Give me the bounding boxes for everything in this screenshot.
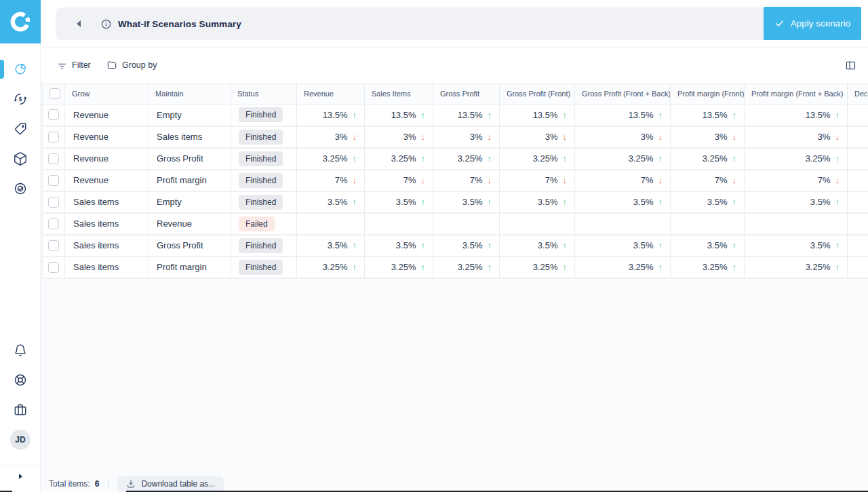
column-header-status[interactable]: Status <box>231 83 297 105</box>
cell-metric: 3.5%↑ <box>433 235 500 257</box>
sidebar-item-promo[interactable] <box>0 117 41 140</box>
column-layout-icon[interactable] <box>845 60 856 71</box>
back-arrow-icon <box>75 20 82 28</box>
sidebar-item-goals[interactable] <box>0 177 41 200</box>
back-button[interactable] <box>73 18 85 30</box>
cell-grow: Sales items <box>65 213 149 235</box>
sidebar-item-workspace[interactable] <box>0 398 41 421</box>
metric-value: 3.25% <box>703 153 728 164</box>
sidebar-expand-button[interactable] <box>0 470 41 483</box>
column-header-profit-margin-front-[interactable]: Profit margin (Front) <box>671 83 745 105</box>
brand-arc-logo[interactable] <box>0 0 41 43</box>
trend-up-icon: ↑ <box>658 262 663 272</box>
folder-icon <box>106 60 117 71</box>
select-all-checkbox[interactable] <box>50 88 60 99</box>
title-bar: What-if Scenarios Summary <box>56 7 861 40</box>
row-checkbox[interactable] <box>48 219 59 229</box>
cell-metric <box>671 213 745 235</box>
cell-metric: 3.25%↑ <box>575 148 671 170</box>
cell-metric: 7%↓ <box>500 170 575 191</box>
cell-maintain: Empty <box>149 191 231 213</box>
table-footer: Total items: 6 Download table as... <box>42 475 224 492</box>
row-checkbox[interactable] <box>48 109 59 120</box>
metric-value: 7% <box>403 175 416 185</box>
cell-metric: 3.25%↑ <box>297 257 365 278</box>
user-avatar[interactable]: JD <box>10 430 31 450</box>
cell-metric <box>365 213 433 235</box>
group-by-label: Group by <box>122 60 157 70</box>
cell-status: Finished <box>231 126 297 148</box>
filter-lines-icon <box>57 60 67 71</box>
cell-metric: 3.25%↑ <box>671 148 745 170</box>
content-area: GrowMaintainStatusRevenueSales ItemsGros… <box>41 83 868 492</box>
status-badge: Failed <box>239 216 275 231</box>
row-checkbox-cell <box>43 213 65 235</box>
column-header-sales-items[interactable]: Sales Items <box>365 83 433 105</box>
sidebar-item-products[interactable] <box>0 147 41 170</box>
column-header-decrea[interactable]: Decrea <box>848 83 868 105</box>
cell-grow: Revenue <box>65 126 149 148</box>
trend-up-icon: ↑ <box>835 110 840 120</box>
row-checkbox[interactable] <box>48 262 59 273</box>
row-checkbox[interactable] <box>48 132 59 143</box>
column-header-profit-margin-front-back-[interactable]: Profit margin (Front + Back) <box>745 83 848 105</box>
metric-value: 3.5% <box>462 197 483 207</box>
cell-maintain: Empty <box>149 105 231 126</box>
cell-maintain: Gross Profit <box>149 235 231 257</box>
row-checkbox-cell <box>43 148 65 170</box>
cell-metric: 13.5%↑ <box>500 105 575 126</box>
column-header-gross-profit-front-[interactable]: Gross Profit (Front) <box>500 83 575 105</box>
row-checkbox[interactable] <box>48 240 59 251</box>
target-icon <box>13 181 28 196</box>
download-table-button[interactable]: Download table as... <box>117 476 224 491</box>
column-header-maintain[interactable]: Maintain <box>149 83 231 105</box>
row-checkbox[interactable] <box>48 175 59 186</box>
apply-scenario-button[interactable]: Apply scenario <box>764 7 861 40</box>
column-header-revenue[interactable]: Revenue <box>297 83 365 105</box>
sidebar-item-notifications[interactable] <box>0 339 41 362</box>
cell-status: Finished <box>231 257 297 278</box>
metric-value: 3.5% <box>328 197 348 207</box>
metric-value: 3% <box>470 132 483 142</box>
trend-up-icon: ↑ <box>658 197 663 207</box>
cell-metric: 3.25%↑ <box>500 257 575 278</box>
cube-icon <box>13 151 28 166</box>
cell-maintain: Sales items <box>149 126 231 148</box>
table-row: Sales itemsRevenueFailed <box>43 213 868 235</box>
cell-metric: 13.5%↑ <box>745 105 848 126</box>
trend-up-icon: ↑ <box>835 240 840 250</box>
sidebar: $ <box>0 0 41 492</box>
trend-up-icon: ↑ <box>563 262 568 272</box>
group-by-button[interactable]: Group by <box>106 48 157 83</box>
metric-value: 3% <box>403 132 416 142</box>
column-header-gross-profit-front-back-[interactable]: Gross Profit (Front + Back) <box>575 83 671 105</box>
metric-value: 3.25% <box>458 262 483 272</box>
metric-value: 3.5% <box>396 240 416 250</box>
cell-maintain: Gross Profit <box>149 148 231 170</box>
metric-value: 3% <box>545 132 558 142</box>
cell-grow: Sales items <box>65 257 149 278</box>
trend-down-icon: ↓ <box>353 132 357 142</box>
metric-value: 13.5% <box>323 110 348 120</box>
metric-value: 3.25% <box>391 262 416 272</box>
column-header-grow[interactable]: Grow <box>65 83 149 105</box>
sidebar-item-analytics[interactable] <box>0 58 41 81</box>
cell-decrease <box>848 213 868 235</box>
row-checkbox[interactable] <box>48 153 59 164</box>
cell-metric: 3.5%↑ <box>575 191 671 213</box>
brand-arc-icon <box>8 10 33 34</box>
table-row: RevenueProfit marginFinished7%↓7%↓7%↓7%↓… <box>43 170 868 191</box>
filter-button[interactable]: Filter <box>57 48 91 83</box>
trend-up-icon: ↑ <box>732 197 737 207</box>
column-header-gross-profit[interactable]: Gross Profit <box>433 83 500 105</box>
metric-value: 3.5% <box>810 240 831 250</box>
metric-value: 3% <box>715 132 728 142</box>
sidebar-item-help[interactable] <box>0 368 41 392</box>
sidebar-item-repricing[interactable]: $ <box>0 88 41 111</box>
table-header-row: GrowMaintainStatusRevenueSales ItemsGros… <box>43 83 868 105</box>
row-checkbox[interactable] <box>48 197 59 208</box>
info-icon[interactable] <box>100 18 112 30</box>
cell-grow: Revenue <box>65 105 149 126</box>
trend-down-icon: ↓ <box>488 132 492 142</box>
trend-up-icon: ↑ <box>353 110 357 120</box>
